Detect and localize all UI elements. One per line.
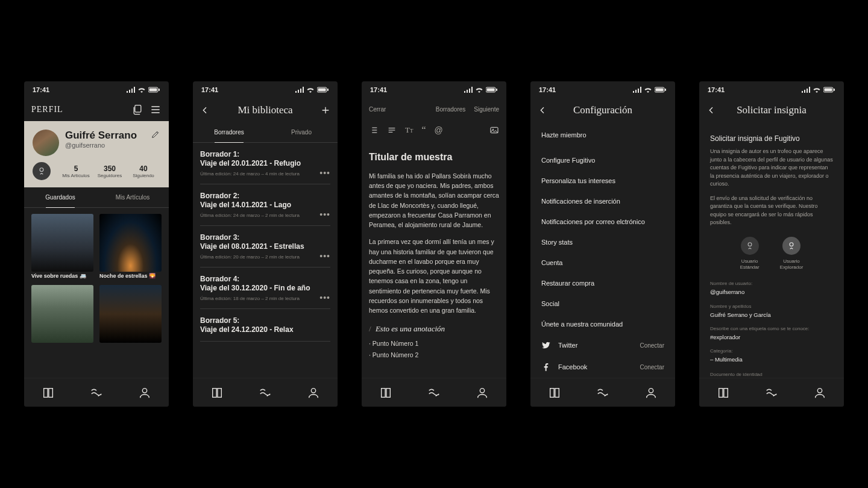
badge-option-standard[interactable]: Usuario Estándar [740, 237, 760, 271]
more-icon[interactable]: ••• [319, 293, 330, 302]
connect-button[interactable]: Conectar [640, 342, 664, 349]
badge-header: Solicitar insignia [699, 98, 844, 122]
settings-item[interactable]: Cuenta [541, 252, 664, 273]
saved-item[interactable]: Noche de estrellas 🌄 [99, 214, 162, 279]
screen-profile: 17:41 PERFIL Guifré Serrano @guifserrano [24, 81, 169, 407]
svg-rect-1 [149, 89, 157, 92]
social-twitter[interactable]: Twitter Conectar [541, 334, 664, 356]
nav-profile-icon[interactable] [307, 386, 320, 399]
draft-label: Borrador 4: [200, 275, 330, 283]
back-icon[interactable] [706, 105, 716, 115]
more-icon[interactable]: ••• [319, 168, 330, 178]
badge-label: Usuario Estándar [740, 258, 760, 271]
twitter-icon [541, 340, 551, 350]
nav-explore-icon[interactable] [765, 386, 778, 399]
settings-item[interactable]: Personaliza tus intereses [541, 170, 664, 191]
bottom-nav [24, 378, 169, 407]
nav-profile-icon[interactable] [644, 386, 658, 399]
battery-icon [317, 87, 329, 93]
settings-item[interactable]: Notificaciones de inserción [541, 191, 664, 211]
drafts-link[interactable]: Borradores [436, 106, 465, 113]
more-icon[interactable]: ••• [319, 251, 330, 261]
tab-drafts[interactable]: Borradores [193, 122, 265, 142]
draft-row[interactable]: Borrador 3:Viaje del 08.01.2021 - Estrel… [200, 226, 330, 267]
settings-item[interactable]: Hazte miembro [541, 125, 664, 145]
badge-option-explorer[interactable]: Usuario Explorador [780, 237, 804, 271]
nav-explore-icon[interactable] [596, 386, 609, 399]
draft-label: Borrador 3: [200, 233, 330, 242]
text-style-icon[interactable]: TT [405, 125, 413, 135]
quote-icon[interactable]: “ [421, 125, 426, 136]
wifi-icon [644, 87, 652, 93]
image-icon[interactable] [489, 125, 499, 135]
edit-icon[interactable] [151, 130, 160, 139]
status-icons [633, 87, 667, 93]
nav-library-icon[interactable] [717, 386, 730, 399]
nav-explore-icon[interactable] [90, 386, 103, 399]
add-icon[interactable] [321, 105, 330, 115]
field-label: Categoría: [710, 348, 833, 355]
status-icons [464, 87, 498, 93]
list-lines-icon[interactable] [387, 125, 397, 135]
svg-rect-24 [550, 388, 554, 397]
settings-item[interactable]: Configure Fugitivo [541, 150, 664, 170]
nav-profile-icon[interactable] [813, 386, 826, 399]
draft-row[interactable]: Borrador 4:Viaje del 30.12.2020 - Fin de… [200, 267, 330, 309]
nav-library-icon[interactable] [548, 386, 561, 399]
draft-title: Viaje del 30.12.2020 - Fin de año [200, 284, 330, 292]
nav-explore-icon[interactable] [259, 386, 272, 399]
trophy-icon [787, 242, 796, 250]
svg-rect-15 [496, 89, 497, 91]
bottom-nav [193, 378, 338, 407]
saved-item[interactable]: Vive sobre ruedas 🚐 [31, 214, 93, 279]
back-icon[interactable] [538, 105, 547, 115]
draft-row[interactable]: Borrador 2:Viaje del 14.01.2021 - LagoÚl… [200, 184, 330, 226]
settings-item[interactable]: Únete a nuestra comunidad [541, 314, 664, 334]
status-time: 17:41 [539, 86, 556, 93]
mention-icon[interactable]: @ [435, 125, 443, 135]
description-text: Una insignia de autor es un trofeo que a… [710, 148, 833, 189]
connect-button[interactable]: Conectar [640, 364, 664, 371]
tab-my-articles[interactable]: Mis Artículos [96, 187, 169, 207]
tab-saved[interactable]: Guardados [24, 187, 96, 207]
settings-item[interactable]: Story stats [541, 232, 664, 252]
editor-paragraph: Mi familia se ha ido al Pallars Sobirà m… [369, 171, 499, 230]
settings-item[interactable]: Restaurar compra [541, 273, 664, 293]
nav-profile-icon[interactable] [138, 386, 151, 399]
badge-icon[interactable] [33, 162, 51, 180]
avatar[interactable] [33, 130, 59, 156]
editor-body[interactable]: Titular de muestra Mi familia se ha ido … [362, 140, 506, 366]
stat-following[interactable]: 40 Siguiendo [127, 164, 160, 178]
nav-library-icon[interactable] [210, 386, 224, 399]
page-title: Solicitar insignia [737, 104, 807, 116]
facebook-icon [541, 362, 551, 372]
settings-item[interactable]: Notificaciones por correo elctrónico [541, 211, 664, 232]
screen-library: 17:41 Mi biblioteca Borradores Privado B… [193, 81, 338, 407]
nav-library-icon[interactable] [42, 386, 55, 399]
close-button[interactable]: Cerrar [369, 106, 386, 113]
more-icon[interactable]: ••• [319, 210, 330, 219]
nav-profile-icon[interactable] [476, 386, 489, 399]
tab-private[interactable]: Privado [265, 122, 338, 142]
stat-articles[interactable]: 5 Mis Artículos [59, 164, 93, 178]
draft-row[interactable]: Borrador 5:Viaje del 24.12.2020 - Relax [200, 309, 330, 342]
badge-body: Solicitar insignia de Fugitivo Una insig… [699, 122, 844, 383]
saved-item[interactable] [31, 285, 93, 343]
nav-library-icon[interactable] [379, 386, 392, 399]
saved-item[interactable] [99, 285, 162, 343]
page-title: PERFIL [31, 105, 63, 114]
menu-icon[interactable] [149, 104, 162, 116]
copy-icon[interactable] [131, 104, 143, 116]
back-icon[interactable] [200, 105, 210, 115]
list-bullets-icon[interactable] [369, 125, 379, 135]
stat-followers[interactable]: 350 Seguidores [93, 164, 127, 178]
draft-row[interactable]: Borrador 1:Viaje del 20.01.2021 - Refugi… [200, 143, 330, 184]
nav-explore-icon[interactable] [427, 386, 441, 399]
field-label: Nombre de usuario: [710, 280, 833, 287]
settings-item[interactable]: Social [541, 293, 664, 314]
settings-list: Hazte miembro Configure Fugitivo Persona… [530, 122, 675, 382]
next-button[interactable]: Siguiente [474, 106, 499, 113]
status-time: 17:41 [370, 86, 387, 93]
social-facebook[interactable]: Facebook Conectar [541, 356, 664, 378]
draft-list[interactable]: Borrador 1:Viaje del 20.01.2021 - Refugi… [193, 143, 338, 407]
